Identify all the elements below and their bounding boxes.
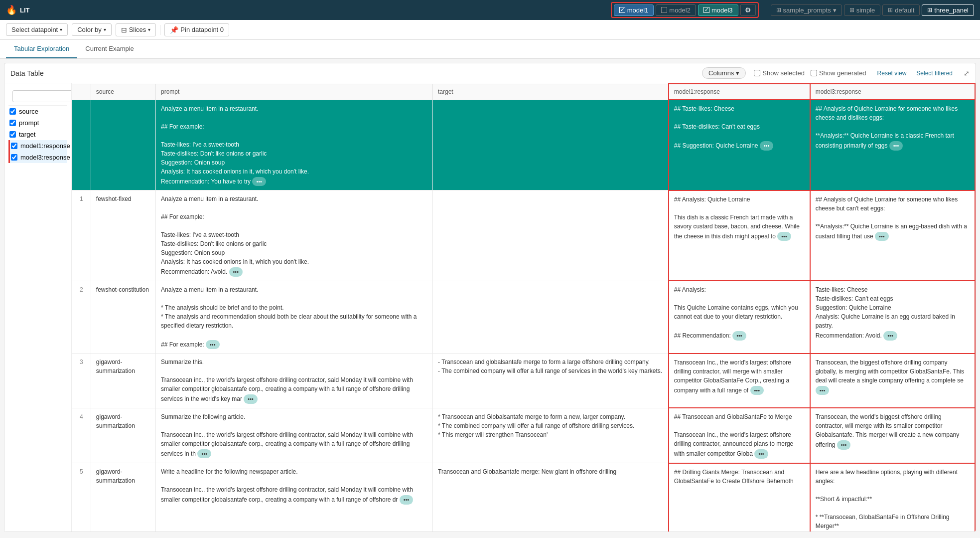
cell-target: - Transocean and globalsantafe merge to … [433, 354, 669, 408]
col-item-model3[interactable]: model3:response [8, 152, 67, 163]
prompt-more-button[interactable]: ••• [400, 495, 414, 505]
th-model1[interactable]: model1:response [669, 84, 810, 100]
show-selected-checkbox[interactable] [754, 70, 760, 76]
color-by-button[interactable]: Color by ▾ [72, 23, 111, 36]
model1-more-button[interactable]: ••• [754, 449, 768, 459]
pin-datapoint-button[interactable]: 📌 Pin datapoint 0 [164, 23, 229, 36]
table-row[interactable]: 3gigaword-summarizationSummarize this. T… [72, 354, 976, 408]
layout-default[interactable]: ⊞ default [882, 4, 920, 16]
model1-more-button[interactable]: ••• [777, 232, 791, 241]
columns-label: Columns [708, 69, 734, 77]
cell-model1: ## Taste-likes: Cheese ## Taste-dislikes… [669, 100, 810, 190]
model1-more-button[interactable]: ••• [760, 141, 774, 151]
prompt-more-button[interactable]: ••• [197, 449, 211, 459]
cell-num: 3 [72, 354, 91, 408]
column-search-input[interactable] [12, 90, 72, 102]
select-datapoint-button[interactable]: Select datapoint ▾ [6, 23, 68, 36]
cell-source: gigaword-summarization [91, 408, 155, 463]
table-row[interactable]: 1fewshot-fixedAnalyze a menu item in a r… [72, 190, 976, 281]
cell-model1: ## Transocean and GlobalSantaFe to Merge… [669, 408, 810, 463]
th-prompt[interactable]: prompt [155, 84, 432, 100]
prompt-more-button[interactable]: ••• [206, 340, 220, 350]
panel-title: Data Table [10, 69, 694, 77]
table-row[interactable]: 5gigaword-summarizationWrite a headline … [72, 463, 976, 532]
col-item-target[interactable]: target [8, 129, 67, 140]
column-selector: 🔍 source prompt target model1:response m… [4, 83, 72, 532]
layout-group: ⊞ sample_prompts ▾ ⊞ simple ⊞ default ⊞ … [771, 4, 974, 16]
model3-more-button[interactable]: ••• [889, 141, 903, 151]
table-row[interactable]: 4gigaword-summarizationSummarize the fol… [72, 408, 976, 463]
models-gear-button[interactable]: ⚙ [740, 4, 756, 16]
cell-model3: ## Analysis of Quiche Lorraine for someo… [810, 190, 975, 281]
cell-num [72, 100, 91, 190]
model3-checkbox [703, 7, 709, 13]
show-generated-checkbox[interactable] [811, 70, 817, 76]
model3-more-button[interactable]: ••• [837, 440, 851, 450]
model3-more-button[interactable]: ••• [816, 386, 830, 395]
layout-three-panel[interactable]: ⊞ three_panel [922, 4, 974, 16]
layout-three-panel-label: three_panel [934, 6, 969, 14]
col-model3-checkbox[interactable] [11, 154, 17, 161]
cell-model1: Transocean Inc., the world's largest off… [669, 354, 810, 408]
model1-button[interactable]: model1 [614, 4, 654, 16]
table-scroll[interactable]: source prompt target model1:response mod… [72, 83, 976, 532]
show-selected-label[interactable]: Show selected [754, 69, 805, 77]
prompt-more-button[interactable]: ••• [229, 267, 243, 277]
data-table-panel: Data Table Columns ▾ Show selected Show … [4, 63, 976, 532]
table-row[interactable]: 2fewshot-constitutionAnalyze a menu item… [72, 281, 976, 354]
layout-simple[interactable]: ⊞ simple [844, 4, 881, 16]
th-model3[interactable]: model3:response [810, 84, 975, 100]
col-source-checkbox[interactable] [9, 108, 16, 115]
color-by-label: Color by [77, 26, 101, 33]
layout-simple-label: simple [856, 6, 875, 14]
model1-more-button[interactable]: ••• [732, 331, 746, 341]
model2-button[interactable]: model2 [656, 4, 696, 16]
model1-more-button[interactable]: ••• [750, 386, 764, 395]
show-generated-label[interactable]: Show generated [811, 69, 866, 77]
col-prompt-checkbox[interactable] [9, 120, 16, 126]
tab-current-example[interactable]: Current Example [77, 40, 142, 58]
model1-label: model1 [627, 6, 649, 14]
color-by-arrow: ▾ [104, 27, 106, 32]
cell-num: 4 [72, 408, 91, 463]
col-target-checkbox[interactable] [9, 131, 16, 138]
model3-more-button[interactable]: ••• [883, 331, 897, 341]
cell-model3: ## Analysis of Quiche Lorraine for someo… [810, 100, 975, 190]
columns-button[interactable]: Columns ▾ [702, 67, 746, 79]
cell-target [433, 100, 669, 190]
col-item-prompt[interactable]: prompt [8, 117, 67, 129]
top-bar: 🔥 LIT model1 model2 model3 ⚙ ⊞ sample_pr… [0, 0, 980, 20]
model3-button[interactable]: model3 [698, 4, 738, 16]
grid-icon: ⊞ [776, 6, 781, 13]
cell-prompt: Analyze a menu item in a restaurant. ## … [155, 190, 432, 281]
select-filtered-button[interactable]: Select filtered [913, 69, 956, 78]
model3-more-button[interactable]: ••• [850, 532, 864, 532]
pin-icon: 📌 [170, 26, 178, 34]
col-item-source[interactable]: source [8, 106, 67, 117]
col-item-model1[interactable]: model1:response [8, 140, 67, 152]
th-target[interactable]: target [433, 84, 669, 100]
th-num [72, 84, 91, 100]
expand-button[interactable]: ⤢ [964, 69, 970, 77]
grid-icon-4: ⊞ [927, 6, 932, 13]
cell-prompt: Analyze a menu item in a restaurant. * T… [155, 281, 432, 354]
layout-sample-prompts[interactable]: ⊞ sample_prompts ▾ [771, 4, 842, 16]
prompt-more-button[interactable]: ••• [244, 394, 258, 404]
layout-default-label: default [895, 6, 914, 14]
prompt-more-button[interactable]: ••• [252, 177, 266, 186]
slices-button[interactable]: ⊟ Slices ▾ [116, 23, 156, 36]
toolbar-divider [160, 25, 160, 35]
cell-model3: Transocean, the biggest offshore drillin… [810, 354, 975, 408]
grid-icon-3: ⊞ [888, 6, 893, 13]
layout-sample-prompts-label: sample_prompts [783, 6, 831, 14]
th-source[interactable]: source [91, 84, 155, 100]
cell-target: Transocean and Globalsantafe merge: New … [433, 463, 669, 532]
col-model1-checkbox[interactable] [11, 143, 17, 149]
col-model1-label: model1:response [20, 142, 70, 150]
tab-tabular-exploration[interactable]: Tabular Exploration [6, 40, 77, 58]
model3-more-button[interactable]: ••• [875, 232, 889, 241]
table-row[interactable]: Analyze a menu item in a restaurant. ## … [72, 100, 976, 190]
model3-label: model3 [711, 6, 733, 14]
app-name: LIT [20, 6, 30, 14]
reset-view-button[interactable]: Reset view [874, 69, 910, 78]
